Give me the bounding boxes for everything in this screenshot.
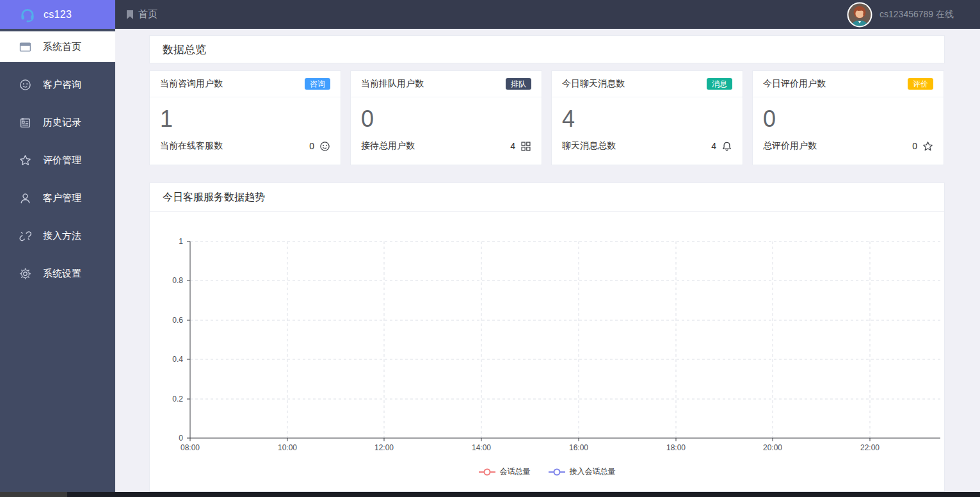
x-tick-label: 18:00 [666,443,686,452]
user-icon [19,192,31,204]
card-title: 当前排队用户数 [361,78,424,90]
status-badge: 咨询 [305,78,330,90]
sidebar-item-history[interactable]: 历史记录 [0,107,115,138]
stat-card-consulting: 当前咨询用户数 咨询 1 当前在线客服数 0 [149,70,341,165]
card-value: 0 [361,105,542,133]
star-icon [922,141,933,152]
user-menu[interactable]: cs123456789 在线 [847,2,954,28]
tab-home[interactable]: 首页 [126,8,157,20]
card-sub-value: 0 [309,141,314,151]
sidebar-item-label: 历史记录 [43,117,81,129]
app-logo[interactable]: cs123 [0,0,115,29]
card-sub-value: 0 [912,141,917,151]
taskbar-strip-segment [0,492,67,497]
bookmark-icon [126,10,134,19]
x-tick-label: 20:00 [763,443,782,452]
y-tick-label: 0.8 [172,276,183,285]
card-sub-label: 当前在线客服数 [160,140,223,152]
x-tick-label: 10:00 [278,443,297,452]
x-tick-label: 14:00 [472,443,491,452]
grid-icon [520,141,531,152]
card-sub-label: 聊天消息总数 [562,140,616,152]
card-sub-label: 接待总用户数 [361,140,415,152]
sidebar: 系统首页 客户咨询 历史记录 [0,29,115,492]
stat-card-messages: 今日聊天消息数 消息 4 聊天消息总数 4 [551,70,743,165]
x-tick-label: 08:00 [181,443,200,452]
chart-title: 今日客服服务数据趋势 [163,191,265,204]
card-title: 今日评价用户数 [763,78,826,90]
sidebar-item-reviews[interactable]: 评价管理 [0,145,115,175]
sidebar-item-label: 评价管理 [43,154,81,167]
breadcrumb: 首页 [138,8,157,20]
stat-card-ratings: 今日评价用户数 评价 0 总评价用户数 0 [752,70,944,165]
trend-panel: 今日客服服务数据趋势 [149,183,945,492]
sidebar-item-home[interactable]: 系统首页 [0,31,115,62]
card-title: 当前咨询用户数 [160,78,223,90]
legend-marker-red [479,471,495,473]
card-sub-label: 总评价用户数 [763,140,817,152]
smiley-icon [319,141,330,152]
legend-label: 接入会话总量 [570,466,616,477]
sidebar-item-label: 系统首页 [43,41,81,53]
sidebar-item-integration[interactable]: 接入方法 [0,220,115,251]
y-tick-label: 0.6 [172,316,183,325]
stat-card-queue: 当前排队用户数 排队 0 接待总用户数 4 [350,70,542,165]
card-value: 1 [160,105,341,133]
bell-icon [721,141,732,152]
sidebar-item-label: 客户管理 [43,192,81,204]
y-tick-label: 0 [179,434,183,443]
username-status: cs123456789 在线 [880,9,954,20]
status-badge: 消息 [707,78,732,90]
topbar: 首页 cs123456789 在线 [115,0,980,29]
link-icon [19,230,31,242]
sidebar-item-customers[interactable]: 客户管理 [0,183,115,213]
status-badge: 评价 [908,78,933,90]
taskbar-strip [0,492,980,497]
card-value: 0 [763,105,944,133]
sidebar-item-label: 系统设置 [43,268,81,280]
x-tick-label: 12:00 [374,443,394,452]
card-value: 4 [562,105,743,133]
legend-label: 会话总量 [500,466,531,477]
overview-panel: 数据总览 [149,35,945,63]
star-icon [19,154,31,167]
y-tick-label: 0.4 [172,355,183,364]
sidebar-item-settings[interactable]: 系统设置 [0,258,115,289]
avatar [847,2,872,28]
brand-name: cs123 [44,9,72,20]
sidebar-item-label: 接入方法 [43,230,81,242]
card-sub-value: 4 [510,141,515,151]
x-tick-label: 22:00 [860,443,880,452]
stat-cards-row: 当前咨询用户数 咨询 1 当前在线客服数 0 当前排队用户数 排队 0 [149,70,945,165]
smiley-icon [19,79,31,91]
gear-icon [19,268,31,280]
y-tick-label: 0.2 [172,395,183,403]
legend-marker-purple [549,471,565,473]
sidebar-item-label: 客户咨询 [43,79,81,91]
legend-item-sessions[interactable]: 会话总量 [479,466,531,477]
status-badge: 排队 [506,78,531,90]
card-title: 今日聊天消息数 [562,78,625,90]
line-chart: 0 0.2 0.4 0.6 0.8 1 08:00 10:00 12:00 14… [150,212,944,493]
page-title: 数据总览 [163,42,206,57]
headset-icon [19,6,36,23]
legend-item-connected-sessions[interactable]: 接入会话总量 [549,466,616,477]
card-sub-value: 4 [711,141,716,151]
window-icon [19,41,31,53]
y-tick-label: 1 [179,237,183,246]
x-tick-label: 16:00 [569,443,588,452]
notebook-icon [19,117,31,129]
chart-legend: 会话总量 接入会话总量 [150,466,944,477]
sidebar-item-consult[interactable]: 客户咨询 [0,69,115,100]
